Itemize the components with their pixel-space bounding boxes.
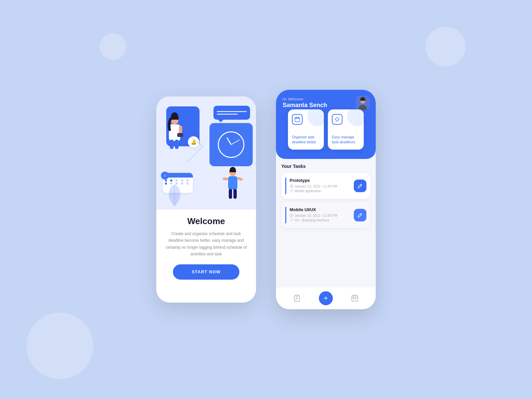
chat-line-1	[217, 111, 247, 112]
task-accent-bar	[285, 178, 286, 194]
clipboard-icon	[293, 295, 301, 302]
svg-rect-33	[353, 298, 354, 299]
start-now-button[interactable]: START NOW	[173, 264, 239, 280]
left-phone-content: Welcome Create and organize schedule and…	[156, 209, 256, 303]
task-date-mobile-uiux: 🕐 January 10, 2021 / 11.59 PM	[290, 214, 350, 217]
svg-line-16	[186, 146, 203, 163]
card-bg-circle-2	[347, 109, 364, 126]
task-info-prototype: Prototype 🕐 January 13, 2021 / 11.59 PM …	[290, 178, 350, 194]
chat-line-2	[217, 114, 238, 115]
svg-rect-4	[170, 140, 174, 149]
cal-dot	[170, 180, 172, 182]
card-bg-circle	[307, 109, 324, 126]
task-card-prototype: Prototype 🕐 January 13, 2021 / 11.59 PM …	[281, 173, 370, 199]
illus-clock-card	[209, 123, 253, 166]
svg-rect-1	[169, 124, 180, 141]
svg-rect-5	[175, 140, 179, 149]
clock-face	[218, 131, 244, 158]
clock-icon-2: 🕐	[290, 214, 293, 217]
cal-dot	[176, 180, 178, 182]
task-card-mobile-uiux: Mobile UI/UX 🕐 January 10, 2021 / 11.59 …	[281, 202, 370, 228]
task-accent-bar-2	[285, 207, 286, 223]
calendar-nav-icon	[351, 295, 358, 302]
task-category-mobile-uiux: 📄 On - Boarding Interface	[290, 218, 350, 222]
svg-rect-10	[229, 189, 232, 199]
svg-rect-8	[223, 178, 228, 180]
illus-person-right	[223, 166, 243, 203]
feature-card-manage-text: Easy manage task deadlines	[332, 135, 360, 145]
task-edit-button-mobile-uiux[interactable]	[354, 209, 366, 221]
task-date-prototype: 🕐 January 13, 2021 / 11.59 PM	[290, 185, 350, 188]
illus-leaf-decoration	[166, 183, 183, 206]
task-info-mobile-uiux: Mobile UI/UX 🕐 January 10, 2021 / 11.59 …	[290, 207, 350, 223]
clock-hand-hour	[226, 137, 231, 145]
cal-dot	[187, 180, 189, 182]
nav-clipboard-button[interactable]	[291, 292, 303, 305]
diamond-icon	[332, 114, 342, 125]
right-phone-header: Hi, Welcome Samanta Sench	[276, 90, 376, 159]
edit-pencil-icon-2	[358, 213, 362, 217]
feature-card-organize: Organize task deadline better	[288, 109, 324, 150]
svg-rect-9	[237, 177, 243, 181]
svg-line-23	[360, 185, 361, 186]
illus-person-left	[162, 106, 187, 150]
calendar-icon	[292, 114, 303, 125]
illus-bell-icon: 🔔	[188, 136, 199, 148]
svg-rect-11	[233, 189, 237, 199]
welcome-description: Create and organize schedule and task de…	[164, 230, 248, 258]
task-category-prototype: 📄 Mobile application	[290, 189, 350, 193]
task-name-mobile-uiux: Mobile UI/UX	[290, 207, 350, 212]
right-phone: Hi, Welcome Samanta Sench	[276, 90, 376, 309]
nav-calendar-button[interactable]	[348, 292, 361, 305]
file-icon-2: 📄	[290, 218, 293, 222]
svg-rect-7	[228, 176, 237, 190]
feature-cards-container: Organize task deadline better Easy manag…	[283, 104, 369, 150]
illus-chat-bubble	[213, 106, 250, 120]
clock-hand-min	[231, 139, 240, 145]
cal-dot	[165, 180, 167, 182]
task-edit-button-prototype[interactable]	[354, 180, 366, 192]
welcome-title: Welcome	[187, 216, 225, 226]
task-name-prototype: Prototype	[290, 178, 350, 183]
svg-rect-3	[177, 133, 183, 137]
illustration-area: 🔔 ✓	[156, 96, 256, 209]
file-icon: 📄	[290, 189, 293, 193]
svg-rect-26	[296, 295, 298, 296]
cal-dot	[187, 183, 189, 185]
tasks-section-title: Your Tasks	[281, 164, 370, 169]
cal-dot	[181, 180, 183, 182]
clock-icon: 🕐	[290, 185, 293, 188]
illus-check-badge: ✓	[161, 172, 169, 180]
left-phone: 🔔 ✓	[156, 96, 256, 303]
svg-rect-34	[355, 298, 356, 299]
bottom-nav: +	[276, 287, 376, 309]
feature-card-organize-text: Organize task deadline better	[292, 135, 320, 145]
nav-add-button[interactable]: +	[319, 291, 333, 305]
tasks-section: Your Tasks Prototype 🕐 January 13, 2021 …	[276, 159, 376, 287]
svg-rect-19	[295, 117, 300, 122]
svg-line-24	[360, 214, 361, 215]
feature-card-manage: Easy manage task deadlines	[328, 109, 364, 150]
edit-pencil-icon	[358, 184, 362, 188]
svg-rect-25	[294, 296, 300, 302]
